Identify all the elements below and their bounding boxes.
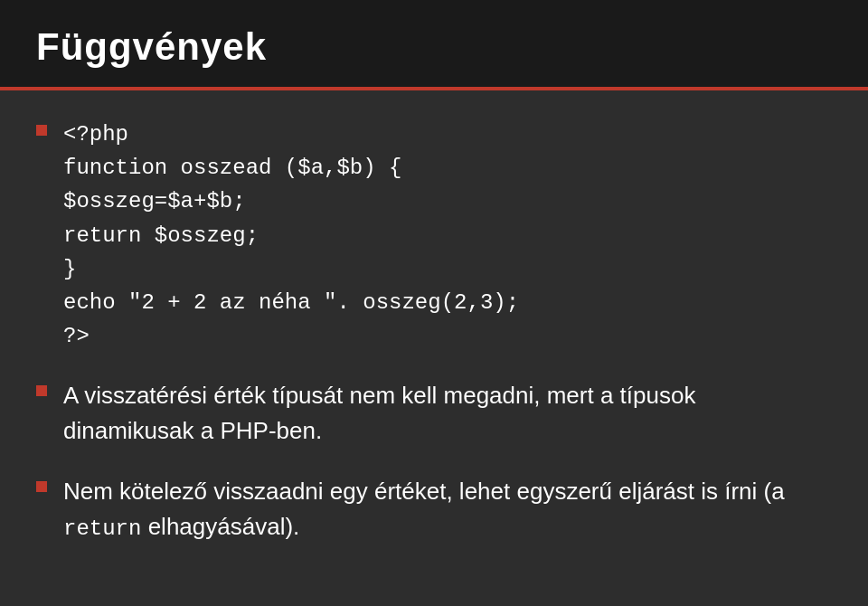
code-content: <?php function osszead ($a,$b) { $osszeg… [63,118,519,353]
inline-code: return [63,516,141,541]
code-block: <?php function osszead ($a,$b) { $osszeg… [63,118,519,353]
list-item: <?php function osszead ($a,$b) { $osszeg… [36,118,832,353]
content-area: <?php function osszead ($a,$b) { $osszeg… [0,90,868,606]
bullet-icon [36,385,47,396]
bullet-icon [36,481,47,492]
list-item: Nem kötelező visszaadni egy értéket, leh… [36,474,832,545]
header: Függvények [0,0,868,90]
bullet-icon [36,125,47,136]
list-item: A visszatérési érték típusát nem kell me… [36,378,832,449]
page-title: Függvények [36,25,832,69]
text-content: A visszatérési érték típusát nem kell me… [63,378,832,449]
text-with-code-content: Nem kötelező visszaadni egy értéket, leh… [63,474,832,545]
